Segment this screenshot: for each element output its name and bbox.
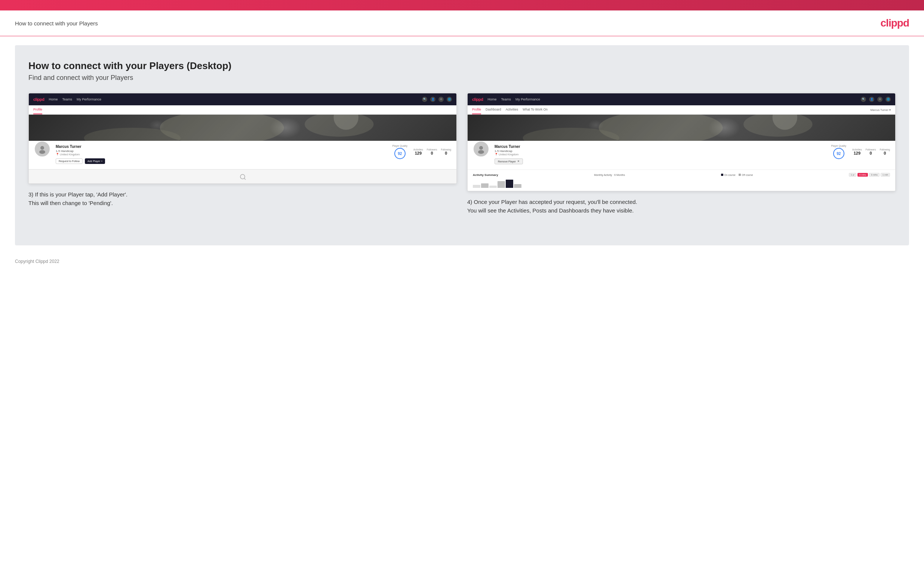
activity-legend-right: On course Off course: [721, 174, 753, 176]
time-1yr[interactable]: 1 yr: [849, 173, 856, 177]
scroll-hint-left: [29, 169, 456, 184]
page-subheading: Find and connect with your Players: [28, 74, 896, 82]
main-content: How to connect with your Players (Deskto…: [15, 45, 909, 245]
nav-icons-left: 🔍 👤 ⚙ 🌐: [422, 97, 452, 102]
close-icon-remove: ✕: [517, 160, 520, 163]
add-player-button-left[interactable]: Add Player +: [85, 158, 105, 164]
activity-period-right: Monthly Activity · 6 Months: [594, 174, 625, 176]
app-tabs-right: Profile Dashboard Activities What To Wor…: [468, 105, 895, 114]
nav-teams-left[interactable]: Teams: [62, 97, 72, 101]
copyright: Copyright Clippd 2022: [15, 259, 60, 264]
nav-performance-right[interactable]: My Performance: [515, 97, 540, 101]
player-quality-left: Player Quality 92: [393, 145, 407, 159]
screenshot-left: clippd Home Teams My Performance 🔍 👤 ⚙ 🌐…: [28, 93, 457, 215]
header: How to connect with your Players clippd: [0, 10, 924, 36]
app-nav-right: clippd Home Teams My Performance 🔍 👤 ⚙ 🌐: [468, 93, 895, 105]
top-bar: [0, 0, 924, 10]
tab-whattoworkon-right[interactable]: What To Work On: [523, 105, 548, 114]
screenshot-left-wrapper: clippd Home Teams My Performance 🔍 👤 ⚙ 🌐…: [28, 93, 457, 184]
logo: clippd: [880, 17, 909, 29]
user-dropdown-right[interactable]: Marcus Turner ▾: [871, 108, 891, 112]
tab-dashboard-right[interactable]: Dashboard: [486, 105, 501, 114]
nav-logo-right: clippd: [472, 97, 483, 102]
player-quality-right: Player Quality 92: [831, 145, 846, 159]
nav-icons-right: 🔍 👤 ⚙ 🌐: [861, 97, 891, 102]
activities-stat-right: Activities 129: [852, 148, 862, 155]
tab-activities-right[interactable]: Activities: [506, 105, 519, 114]
followers-stat-right: Followers 0: [866, 148, 876, 155]
user-icon-right[interactable]: 👤: [869, 97, 874, 102]
pq-circle-right: 92: [833, 148, 844, 159]
legend-on-course: On course: [721, 174, 736, 176]
svg-point-12: [479, 146, 483, 150]
profile-details-right: Marcus Turner 1-5 Handicap 📍 United King…: [494, 145, 826, 164]
pq-circle-left: 92: [394, 148, 405, 159]
settings-icon-right[interactable]: ⚙: [877, 97, 882, 102]
avatar-left: [34, 141, 50, 157]
search-icon-left[interactable]: 🔍: [422, 97, 427, 102]
user-icon-left[interactable]: 👤: [430, 97, 435, 102]
svg-point-4: [40, 146, 44, 150]
caption-left: 3) If this is your Player tap, 'Add Play…: [28, 190, 457, 207]
profile-details-left: Marcus Turner 1-5 Handicap 📍 United King…: [56, 145, 387, 164]
page-heading: How to connect with your Players (Deskto…: [28, 60, 896, 72]
tab-profile-right[interactable]: Profile: [472, 105, 481, 114]
settings-icon-left[interactable]: ⚙: [438, 97, 444, 102]
chart-bar-6: [514, 184, 522, 188]
on-course-dot: [721, 174, 723, 176]
handicap-right: 1-5 Handicap: [494, 149, 826, 153]
time-1mth[interactable]: 1 mth: [880, 173, 890, 177]
footer: Copyright Clippd 2022: [0, 254, 924, 271]
avatar-right: [473, 141, 489, 157]
activity-header-right: Activity Summary Monthly Activity · 6 Mo…: [473, 173, 890, 177]
remove-player-button[interactable]: Remove Player ✕: [494, 158, 523, 164]
player-name-left: Marcus Turner: [56, 145, 387, 148]
nav-home-left[interactable]: Home: [48, 97, 58, 101]
time-filters-right: 1 yr 6 mths 3 mths 1 mth: [849, 173, 890, 177]
activities-stat-left: Activities 129: [414, 148, 423, 155]
legend-off-course: Off course: [738, 174, 753, 176]
svg-line-7: [244, 178, 246, 180]
app-tabs-left: Profile: [29, 105, 456, 114]
tabs-container-right: Profile Dashboard Activities What To Wor…: [472, 105, 864, 114]
following-stat-left: Following 0: [441, 148, 451, 155]
svg-point-13: [478, 150, 484, 154]
tab-profile-left[interactable]: Profile: [33, 105, 42, 114]
screenshot-right-wrapper: clippd Home Teams My Performance 🔍 👤 ⚙ 🌐…: [467, 93, 896, 191]
chart-bar-3: [489, 185, 497, 188]
scroll-icon-left: [239, 173, 246, 181]
avatar-icon-left: [37, 144, 47, 154]
header-title: How to connect with your Players: [15, 20, 98, 26]
profile-banner-right: [468, 114, 895, 141]
location-right: 📍 United Kingdom: [494, 153, 826, 156]
nav-home-right[interactable]: Home: [488, 97, 496, 101]
screenshots-row: clippd Home Teams My Performance 🔍 👤 ⚙ 🌐…: [28, 93, 896, 215]
chart-bar-2: [481, 184, 489, 188]
activity-chart: [473, 179, 890, 188]
player-name-right: Marcus Turner: [494, 145, 826, 148]
app-nav-left: clippd Home Teams My Performance 🔍 👤 ⚙ 🌐: [29, 93, 456, 105]
profile-info-left: Marcus Turner 1-5 Handicap 📍 United King…: [29, 141, 456, 169]
time-3mths[interactable]: 3 mths: [869, 173, 880, 177]
search-icon-right[interactable]: 🔍: [861, 97, 866, 102]
off-course-dot: [738, 174, 741, 176]
avatar-icon-right: [476, 144, 486, 154]
pin-icon-right: 📍: [494, 153, 498, 156]
chart-bar-1: [473, 185, 480, 188]
globe-icon-left[interactable]: 🌐: [447, 97, 452, 102]
nav-performance-left[interactable]: My Performance: [77, 97, 101, 101]
following-stat-right: Following 0: [880, 148, 890, 155]
nav-teams-right[interactable]: Teams: [501, 97, 511, 101]
time-6mths[interactable]: 6 mths: [858, 173, 868, 177]
follow-button-left[interactable]: Request to Follow: [56, 158, 82, 164]
location-left: 📍 United Kingdom: [56, 153, 387, 156]
handicap-left: 1-5 Handicap: [56, 149, 387, 153]
profile-buttons-left: Request to Follow Add Player +: [56, 158, 387, 164]
pin-icon-left: 📍: [56, 153, 59, 156]
globe-icon-right[interactable]: 🌐: [885, 97, 891, 102]
activity-title-right: Activity Summary: [473, 173, 498, 177]
nav-logo-left: clippd: [33, 97, 44, 102]
followers-stat-left: Followers 0: [427, 148, 437, 155]
screenshot-right: clippd Home Teams My Performance 🔍 👤 ⚙ 🌐…: [467, 93, 896, 215]
chart-bar-5: [506, 180, 513, 188]
